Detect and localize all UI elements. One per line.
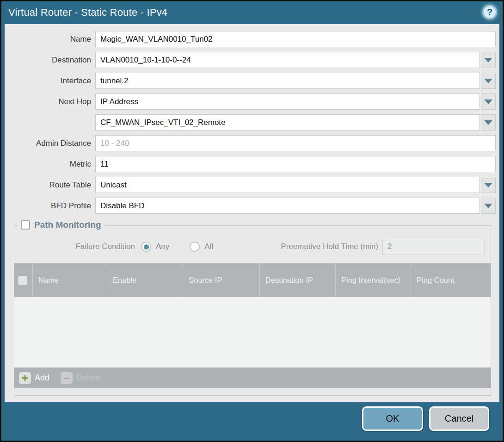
minus-icon: −: [61, 372, 73, 384]
all-radio-label: All: [204, 242, 213, 251]
dialog-content: Name Destination Interface: [5, 24, 499, 402]
title-bar: Virtual Router - Static Route - IPv4 ?: [1, 1, 503, 24]
route-table-label: Route Table: [5, 181, 95, 190]
form-row-metric: Metric: [5, 156, 496, 172]
form-row-bfd-profile: BFD Profile: [5, 198, 496, 214]
add-button-label: Add: [35, 373, 49, 383]
add-button[interactable]: + Add: [19, 372, 49, 384]
column-header-source-ip: Source IP: [183, 263, 260, 297]
column-header-name: Name: [33, 263, 107, 297]
route-table-dropdown-button[interactable]: [481, 177, 496, 193]
table-header-row: Name Enable Source IP Destination IP Pin…: [14, 263, 491, 297]
ok-button[interactable]: OK: [362, 406, 423, 431]
column-header-ping-interval: Ping Interval(sec): [336, 263, 411, 297]
chevron-down-icon: [484, 100, 492, 104]
bfd-profile-label: BFD Profile: [5, 201, 95, 211]
chevron-down-icon: [484, 120, 492, 125]
plus-icon: +: [19, 372, 31, 384]
chevron-down-icon: [484, 204, 492, 208]
form-row-interface: Interface: [5, 73, 496, 89]
preemptive-hold-time-label: Preemptive Hold Time (min): [281, 242, 378, 251]
destination-dropdown-button[interactable]: [481, 52, 496, 68]
dialog-window: Virtual Router - Static Route - IPv4 ? N…: [0, 0, 504, 442]
table-toolbar: + Add − Delete: [14, 367, 491, 388]
preemptive-hold-time-input[interactable]: [382, 239, 485, 255]
failure-condition-all-radio[interactable]: [190, 242, 200, 252]
path-monitoring-table: Name Enable Source IP Destination IP Pin…: [14, 263, 491, 388]
metric-input[interactable]: [95, 156, 496, 172]
interface-input[interactable]: [95, 73, 480, 89]
metric-label: Metric: [5, 160, 95, 169]
dialog-title: Virtual Router - Static Route - IPv4: [8, 6, 167, 19]
failure-condition-row: Failure Condition Any All Preemptive Hol…: [14, 238, 491, 255]
path-monitoring-section: Path Monitoring Failure Condition Any Al…: [14, 225, 491, 396]
path-monitoring-legend: Path Monitoring: [17, 220, 105, 230]
table-header-checkbox-cell: [14, 263, 33, 297]
help-icon[interactable]: ?: [482, 5, 497, 19]
route-table-select[interactable]: [95, 177, 480, 193]
failure-condition-any-radio[interactable]: [141, 242, 151, 252]
form-row-route-table: Route Table: [5, 177, 496, 193]
destination-label: Destination: [5, 56, 95, 65]
any-radio-label: Any: [156, 242, 169, 251]
column-header-ping-count: Ping Count: [411, 263, 491, 297]
form-row-next-hop: Next Hop: [5, 93, 496, 110]
next-hop-dropdown-button[interactable]: [481, 93, 496, 110]
name-input[interactable]: [95, 31, 496, 47]
bfd-profile-dropdown-button[interactable]: [481, 198, 496, 214]
path-monitoring-title: Path Monitoring: [34, 220, 101, 230]
failure-condition-label: Failure Condition: [14, 242, 141, 251]
path-monitoring-checkbox[interactable]: [21, 220, 30, 230]
interface-label: Interface: [5, 76, 95, 86]
next-hop-select[interactable]: [95, 93, 480, 110]
admin-distance-input[interactable]: [95, 135, 496, 151]
column-header-enable: Enable: [107, 263, 183, 297]
column-header-destination-ip: Destination IP: [260, 263, 336, 297]
form-row-next-hop-address: [5, 114, 496, 131]
table-body-empty: [14, 297, 491, 367]
select-all-checkbox[interactable]: [18, 276, 27, 285]
delete-button[interactable]: − Delete: [61, 372, 100, 384]
next-hop-label: Next Hop: [5, 97, 95, 106]
dialog-footer: OK Cancel: [362, 406, 489, 431]
form-row-admin-distance: Admin Distance: [5, 135, 496, 151]
cancel-button[interactable]: Cancel: [429, 406, 489, 431]
chevron-down-icon: [484, 79, 492, 83]
name-label: Name: [5, 35, 95, 44]
bfd-profile-select[interactable]: [95, 198, 480, 214]
chevron-down-icon: [484, 183, 492, 187]
next-hop-address-dropdown-button[interactable]: [481, 114, 496, 131]
form-row-destination: Destination: [5, 52, 496, 68]
admin-distance-label: Admin Distance: [5, 139, 95, 148]
interface-dropdown-button[interactable]: [481, 73, 496, 89]
delete-button-label: Delete: [76, 373, 100, 383]
destination-input[interactable]: [95, 52, 480, 68]
form-row-name: Name: [5, 31, 496, 47]
next-hop-address-select[interactable]: [95, 114, 480, 131]
chevron-down-icon: [484, 58, 492, 62]
